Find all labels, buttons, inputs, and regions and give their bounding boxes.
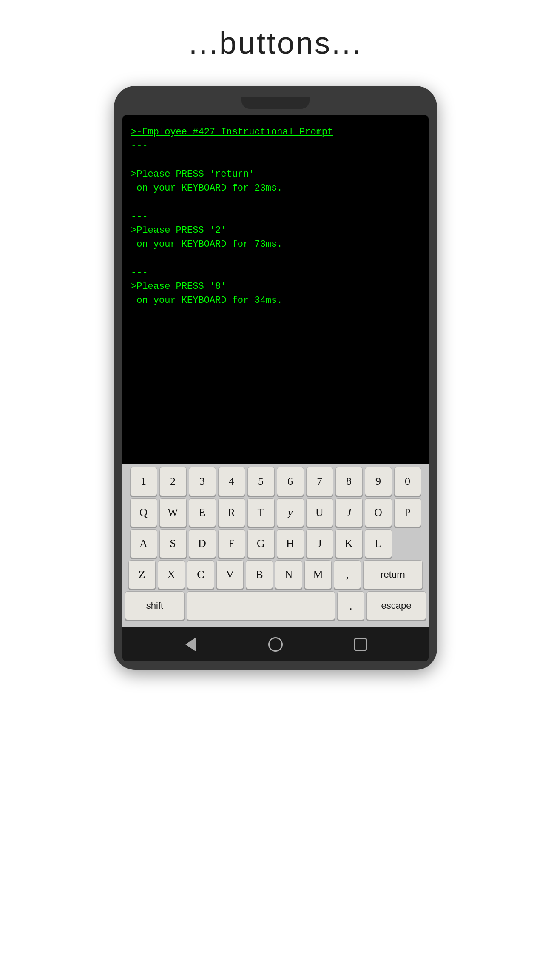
terminal-line-8: on your KEYBOARD for 73ms. <box>131 237 420 251</box>
key-c[interactable]: C <box>187 560 214 589</box>
key-return[interactable]: return <box>363 560 423 589</box>
key-l[interactable]: L <box>365 529 392 558</box>
key-f[interactable]: F <box>218 529 245 558</box>
key-b[interactable]: B <box>246 560 273 589</box>
page-title: ...buttons... <box>189 26 362 60</box>
key-s[interactable]: S <box>159 529 187 558</box>
terminal-line-0: >-Employee #427 Instructional Prompt <box>131 125 420 139</box>
keyboard-row-zxcvbnm: Z X C V B N M , return <box>125 560 426 589</box>
key-y[interactable]: y <box>277 498 304 527</box>
key-x[interactable]: X <box>158 560 185 589</box>
key-m[interactable]: M <box>304 560 332 589</box>
key-8[interactable]: 8 <box>335 467 363 496</box>
keyboard-row-bottom: shift . escape <box>125 591 426 620</box>
key-escape[interactable]: escape <box>366 591 426 620</box>
keyboard-container: 1 2 3 4 5 6 7 8 9 0 Q W E R T y U J <box>122 464 429 627</box>
key-a[interactable]: A <box>130 529 157 558</box>
terminal-line-6: --- <box>131 209 420 223</box>
key-0[interactable]: 0 <box>394 467 421 496</box>
key-k[interactable]: K <box>335 529 363 558</box>
key-g[interactable]: G <box>247 529 275 558</box>
key-n[interactable]: N <box>275 560 302 589</box>
terminal-line-7: >Please PRESS '2' <box>131 223 420 237</box>
back-icon <box>185 638 196 651</box>
key-t[interactable]: T <box>247 498 275 527</box>
phone-screen-wrapper: >-Employee #427 Instructional Prompt ---… <box>122 115 429 661</box>
key-r[interactable]: R <box>218 498 245 527</box>
phone-notch <box>241 97 310 109</box>
nav-back-button[interactable] <box>181 635 200 654</box>
phone-top-bar <box>122 94 429 111</box>
key-o[interactable]: O <box>365 498 392 527</box>
key-3[interactable]: 3 <box>189 467 216 496</box>
key-v[interactable]: V <box>216 560 244 589</box>
key-period[interactable]: . <box>337 591 364 620</box>
key-6[interactable]: 6 <box>277 467 304 496</box>
home-icon <box>268 637 283 652</box>
key-j[interactable]: J <box>306 529 333 558</box>
key-empty <box>394 529 421 558</box>
key-1[interactable]: 1 <box>130 467 157 496</box>
key-4[interactable]: 4 <box>218 467 245 496</box>
terminal-screen: >-Employee #427 Instructional Prompt ---… <box>122 115 429 464</box>
key-e[interactable]: E <box>189 498 216 527</box>
key-space[interactable] <box>187 591 335 620</box>
terminal-line-11: >Please PRESS '8' <box>131 279 420 293</box>
key-q[interactable]: Q <box>130 498 157 527</box>
key-p[interactable]: P <box>394 498 421 527</box>
terminal-line-2 <box>131 153 420 167</box>
keyboard-row-qwerty: Q W E R T y U J O P <box>125 498 426 527</box>
terminal-line-1: --- <box>131 139 420 153</box>
key-h[interactable]: H <box>277 529 304 558</box>
key-d[interactable]: D <box>189 529 216 558</box>
terminal-line-10: --- <box>131 265 420 279</box>
key-i[interactable]: J <box>335 498 363 527</box>
nav-bar <box>122 627 429 661</box>
key-5[interactable]: 5 <box>247 467 275 496</box>
terminal-line-5 <box>131 195 420 209</box>
nav-home-button[interactable] <box>266 635 285 654</box>
terminal-line-12: on your KEYBOARD for 34ms. <box>131 293 420 308</box>
key-z[interactable]: Z <box>128 560 156 589</box>
nav-recent-button[interactable] <box>351 635 370 654</box>
terminal-line-4: on your KEYBOARD for 23ms. <box>131 181 420 195</box>
terminal-line-9 <box>131 251 420 265</box>
keyboard-row-asdf: A S D F G H J K L <box>125 529 426 558</box>
key-7[interactable]: 7 <box>306 467 333 496</box>
key-shift[interactable]: shift <box>125 591 185 620</box>
key-u[interactable]: U <box>306 498 333 527</box>
key-comma[interactable]: , <box>334 560 361 589</box>
key-2[interactable]: 2 <box>159 467 187 496</box>
terminal-line-3: >Please PRESS 'return' <box>131 167 420 181</box>
keyboard-row-numbers: 1 2 3 4 5 6 7 8 9 0 <box>125 467 426 496</box>
key-w[interactable]: W <box>159 498 187 527</box>
phone-frame: >-Employee #427 Instructional Prompt ---… <box>114 86 437 670</box>
recent-icon <box>354 638 367 651</box>
key-9[interactable]: 9 <box>365 467 392 496</box>
